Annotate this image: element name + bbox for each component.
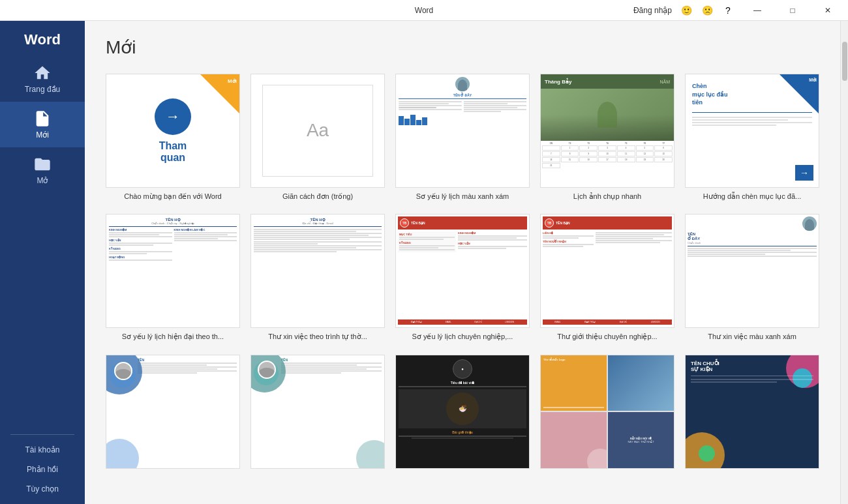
template-item-cv-blue-gray[interactable]: TÊN Ở ĐÂY (395, 74, 530, 201)
template-label-intro-letter: Thư giới thiệu chuyên nghiệp... (540, 332, 674, 341)
template-thumb-toc: Mới Chènmục lục đầutiên → (685, 74, 819, 188)
template-label-toc: Hướng dẫn chèn mục lục đã... (685, 192, 819, 201)
sidebar-item-tai-khoan[interactable]: Tài khoản (0, 440, 85, 460)
template-item-cover-letter-blue[interactable]: TÊNỞ ĐÂY Chức danh Thư xin việc màu xanh… (685, 214, 819, 341)
titlebar: Word Đăng nhập 🙂 🙁 ? — □ ✕ (0, 0, 848, 21)
template-item-toc[interactable]: Mới Chènmục lục đầutiên → (685, 74, 819, 201)
sidebar-bottom: Tài khoản Phản hồi Tùy chọn (0, 429, 85, 504)
template-thumb-cv-red: TB TÊN BẠN MỤC TIÊU KỸ NĂNG (395, 214, 530, 328)
maximize-button[interactable]: □ (778, 0, 808, 21)
sidebar-item-phan-hoi[interactable]: Phản hồi (0, 460, 85, 479)
sidebar: Word Trang đầu Mới Mở Tài khoản Phản hồi… (0, 21, 85, 504)
template-label-cover-letter-blue: Thư xin việc màu xanh xám (685, 332, 819, 341)
template-thumb-intro-letter: TB TÊN BẠN LIÊN HỆ TÊN NGƯỜI NHẬN (540, 214, 674, 328)
close-button[interactable]: ✕ (813, 0, 843, 21)
template-item-intro-letter[interactable]: TB TÊN BẠN LIÊN HỆ TÊN NGƯỜI NHẬN (540, 214, 674, 341)
minimize-button[interactable]: — (742, 0, 772, 21)
template-thumb-brochure-dark: ● Tiêu đề bài viết 🍜 Bài giới thiệu (395, 355, 530, 469)
template-thumb-event-banner: TÊN CHUỖISỰ KIỆN (685, 355, 819, 469)
new-doc-icon (33, 110, 52, 128)
template-item-cv-red[interactable]: TB TÊN BẠN MỤC TIÊU KỸ NĂNG (395, 214, 530, 341)
scrollbar[interactable] (840, 21, 848, 504)
page-title: Mới (106, 37, 819, 58)
sidebar-divider (10, 434, 74, 435)
sidebar-item-mo[interactable]: Mở (0, 147, 85, 193)
template-item-cover-letter[interactable]: TÊN HỌ Địa chỉ - Điện thoại - Email (250, 214, 385, 341)
template-thumb-cv-photo1: TÊN (106, 355, 240, 469)
sidebar-item-moi[interactable]: Mới (0, 102, 85, 147)
template-thumb-welcome: Mới → Thamquan (106, 74, 240, 188)
scroll-thumb[interactable] (842, 42, 847, 81)
template-item-cv-photo2[interactable]: TÊN (250, 355, 385, 473)
template-thumb-cv-blue-gray: TÊN Ở ĐÂY (395, 74, 530, 188)
signin-label: Đăng nhập (633, 6, 672, 15)
template-thumb-calendar: Tháng Bảy NĂM C (540, 74, 674, 188)
template-grid: Mới → Thamquan Chào mừng bạn đến với Wor… (106, 74, 819, 473)
main-content: Mới Mới → Thamquan Chào mừ (85, 21, 840, 504)
template-thumb-blank: Aa (250, 74, 385, 188)
sidebar-item-trang-dau[interactable]: Trang đầu (0, 56, 85, 102)
sidebar-item-tuy-chon[interactable]: Tùy chọn (0, 479, 85, 499)
template-thumb-cv-photo2: TÊN (250, 355, 385, 469)
template-item-photo-collage[interactable]: Tên tổ chức Logo BẮT ĐẦU NÓI (540, 355, 674, 473)
template-label-welcome: Chào mừng bạn đến với Word (106, 192, 240, 201)
template-item-calendar[interactable]: Tháng Bảy NĂM C (540, 74, 674, 201)
template-thumb-cv-modern: TÊN HỌ Chức danh - Chức vụ - Nghề nghiệp… (106, 214, 240, 328)
template-item-welcome[interactable]: Mới → Thamquan Chào mừng bạn đến với Wor… (106, 74, 240, 201)
signin-button[interactable]: Đăng nhập (633, 6, 672, 15)
template-thumb-cover-letter-blue: TÊNỞ ĐÂY Chức danh (685, 214, 819, 328)
sidebar-label-moi: Mới (36, 130, 49, 140)
sidebar-label-mo: Mở (37, 176, 48, 185)
template-label-calendar: Lịch ảnh chụp nhanh (540, 192, 674, 201)
template-item-event-banner[interactable]: TÊN CHUỖISỰ KIỆN (685, 355, 819, 473)
titlebar-icons: 🙂 🙁 ? (677, 1, 737, 20)
template-item-brochure-dark[interactable]: ● Tiêu đề bài viết 🍜 Bài giới thiệu (395, 355, 530, 473)
template-label-cv-red: Sơ yếu lý lịch chuyên nghiệp,... (395, 332, 530, 341)
template-label-blank: Giãn cách đơn (trống) (250, 192, 385, 201)
template-thumb-photo-collage: Tên tổ chức Logo BẮT ĐẦU NÓI (540, 355, 674, 469)
titlebar-title: Word (415, 6, 433, 15)
sidebar-nav: Trang đầu Mới Mở (0, 56, 85, 429)
titlebar-right: Đăng nhập 🙂 🙁 ? — □ ✕ (633, 0, 843, 21)
app-body: Word Trang đầu Mới Mở Tài khoản Phản hồi… (0, 21, 848, 504)
emoji-happy-icon[interactable]: 🙂 (677, 1, 695, 20)
template-label-cv-blue-gray: Sơ yếu lý lịch màu xanh xám (395, 192, 530, 201)
home-icon (33, 64, 52, 82)
sidebar-label-trang-dau: Trang đầu (25, 85, 61, 94)
sidebar-logo: Word (0, 21, 85, 56)
template-label-cover-letter: Thư xin việc theo trình tự thờ... (250, 332, 385, 341)
emoji-sad-icon[interactable]: 🙁 (698, 1, 716, 20)
help-icon[interactable]: ? (719, 1, 737, 20)
template-item-blank[interactable]: Aa Giãn cách đơn (trống) (250, 74, 385, 201)
template-label-cv-modern: Sơ yếu lý lịch hiện đại theo th... (106, 332, 240, 341)
template-item-cv-photo1[interactable]: TÊN (106, 355, 240, 473)
template-thumb-cover-letter: TÊN HỌ Địa chỉ - Điện thoại - Email (250, 214, 385, 328)
open-folder-icon (33, 155, 52, 173)
template-item-cv-modern[interactable]: TÊN HỌ Chức danh - Chức vụ - Nghề nghiệp… (106, 214, 240, 341)
